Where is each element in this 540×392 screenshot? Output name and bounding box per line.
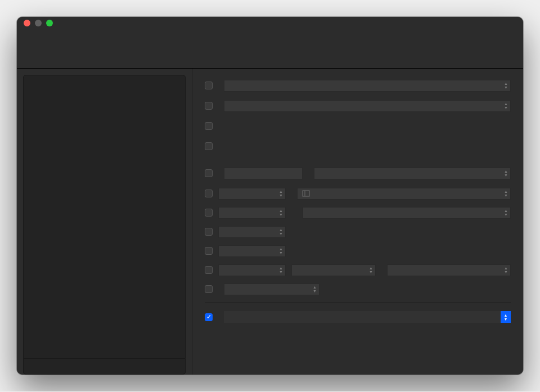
minimize-button[interactable] xyxy=(35,20,42,26)
traffic-lights xyxy=(17,20,53,26)
editor-action-select[interactable]: ▲▼ xyxy=(218,264,286,276)
debugger-row: ▲▼ ▲▼ xyxy=(205,206,511,219)
navigator-target-select[interactable]: ▲▼ xyxy=(297,188,511,200)
debugger-checkbox[interactable] xyxy=(205,209,213,217)
bounce-checkbox[interactable] xyxy=(205,142,213,150)
play-sound-select[interactable]: ▲▼ xyxy=(224,80,511,92)
navigate-row: ▲▼ xyxy=(205,282,511,296)
zoom-button[interactable] xyxy=(46,20,53,26)
preferences-toolbar xyxy=(17,29,523,69)
navigator-checkbox[interactable] xyxy=(205,190,213,197)
toolbar-row: ▲▼ xyxy=(205,244,511,258)
tab-name-field[interactable] xyxy=(224,168,303,179)
debugger-views-select[interactable]: ▲▼ xyxy=(303,207,511,219)
run-row: ✓ ▲▼ xyxy=(205,303,511,323)
editor-checkbox[interactable] xyxy=(205,266,213,274)
run-script-select[interactable]: ▲▼ xyxy=(224,311,511,323)
navigate-checkbox[interactable] xyxy=(205,285,213,293)
toolbar-checkbox[interactable] xyxy=(205,247,213,255)
run-checkbox[interactable]: ✓ xyxy=(205,313,213,321)
toolbar-action-select[interactable]: ▲▼ xyxy=(218,245,286,257)
notify-row xyxy=(205,119,511,133)
show-tab-row: ▲▼ xyxy=(205,166,511,180)
tab-target-select[interactable]: ▲▼ xyxy=(314,168,511,179)
editor-row: ▲▼ ▲▼ ▲▼ xyxy=(205,263,511,277)
show-tab-checkbox[interactable] xyxy=(205,169,213,177)
editor-target-select[interactable]: ▲▼ xyxy=(387,264,511,276)
navigate-target-select[interactable]: ▲▼ xyxy=(224,283,320,295)
inspectors-row: ▲▼ xyxy=(205,225,511,238)
sidebar-footer xyxy=(23,359,186,375)
speak-row: ▲▼ xyxy=(205,99,511,112)
bounce-row xyxy=(205,139,511,153)
titlebar[interactable] xyxy=(17,17,523,29)
speak-checkbox[interactable] xyxy=(205,102,213,110)
svg-rect-0 xyxy=(303,191,309,196)
inspectors-action-select[interactable]: ▲▼ xyxy=(218,226,286,238)
speak-voice-select[interactable]: ▲▼ xyxy=(224,100,511,112)
play-sound-checkbox[interactable] xyxy=(205,82,213,89)
navigator-row: ▲▼ ▲▼ xyxy=(205,187,511,200)
navigator-action-select[interactable]: ▲▼ xyxy=(218,188,286,200)
debugger-action-select[interactable]: ▲▼ xyxy=(218,207,286,219)
play-sound-row: ▲▼ xyxy=(205,79,511,92)
behaviors-list[interactable] xyxy=(23,75,186,359)
notify-checkbox[interactable] xyxy=(205,122,213,130)
settings-panel: ▲▼ ▲▼ xyxy=(192,69,523,375)
sidebar xyxy=(17,69,192,375)
inspectors-checkbox[interactable] xyxy=(205,228,213,236)
editor-type-select[interactable]: ▲▼ xyxy=(291,264,376,276)
close-button[interactable] xyxy=(24,20,30,26)
preferences-window: ▲▼ ▲▼ xyxy=(17,17,523,375)
